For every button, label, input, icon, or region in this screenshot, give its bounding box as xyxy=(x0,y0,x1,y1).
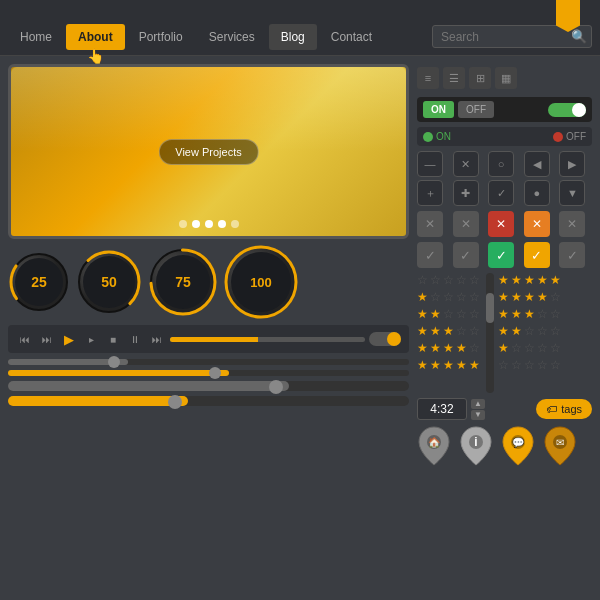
view-grid-icon[interactable]: ⊞ xyxy=(469,67,491,89)
star-row-0: ☆ ☆ ☆ ☆ ☆ xyxy=(417,273,480,287)
view-lines-icon[interactable]: ☰ xyxy=(443,67,465,89)
dot-3[interactable] xyxy=(205,220,213,228)
view-barcode-icon[interactable]: ▦ xyxy=(495,67,517,89)
slider-row-3 xyxy=(8,381,409,391)
radio-dot-off xyxy=(553,132,563,142)
toggle-rail[interactable] xyxy=(548,103,586,117)
time-display[interactable]: 4:32 xyxy=(417,398,467,420)
dot-2[interactable] xyxy=(192,220,200,228)
nav-item-blog[interactable]: Blog xyxy=(269,24,317,50)
grid-btn-dot[interactable]: ● xyxy=(524,180,550,206)
dot-1[interactable] xyxy=(179,220,187,228)
slider-2[interactable] xyxy=(8,370,409,376)
pin-home[interactable]: 🏠 xyxy=(417,425,451,471)
btn-next[interactable]: ⏭ xyxy=(148,330,166,348)
search-input[interactable] xyxy=(441,30,571,44)
slider-1-thumb[interactable] xyxy=(108,356,120,368)
toggle-bar-1: ON OFF xyxy=(417,97,592,122)
btn-stop[interactable]: ■ xyxy=(104,330,122,348)
progress-bar[interactable] xyxy=(170,337,365,342)
star: ☆ xyxy=(511,358,522,372)
slider-3-thumb[interactable] xyxy=(269,380,283,394)
knob-svg-50[interactable]: 50 xyxy=(76,249,142,315)
btn-play[interactable]: ▶ xyxy=(60,330,78,348)
nav-items: Home About 👆 Portfolio Services Blog Con… xyxy=(8,24,432,50)
check-btn-1[interactable]: ✓ xyxy=(417,242,443,268)
dot-4[interactable] xyxy=(218,220,226,228)
knob-75: 75 xyxy=(148,247,218,317)
slider-4-thumb[interactable] xyxy=(168,395,182,409)
knob-svg-100[interactable]: 100 xyxy=(224,245,298,319)
star: ★ xyxy=(417,358,428,372)
scrollbar-track[interactable] xyxy=(486,273,494,393)
check-btn-4[interactable]: ✓ xyxy=(524,242,550,268)
time-input-row: 4:32 ▲ ▼ 🏷 tags xyxy=(417,398,592,420)
dot-5[interactable] xyxy=(231,220,239,228)
slider-row-2 xyxy=(8,370,409,376)
view-list-icon[interactable]: ≡ xyxy=(417,67,439,89)
knob-svg-75[interactable]: 75 xyxy=(148,247,218,317)
check-btn-3[interactable]: ✓ xyxy=(488,242,514,268)
grid-btn-cross[interactable]: ✚ xyxy=(453,180,479,206)
btn-rewind[interactable]: ⏮ xyxy=(16,330,34,348)
grid-btn-dash[interactable]: — xyxy=(417,151,443,177)
grid-btn-left[interactable]: ◀ xyxy=(524,151,550,177)
tag-button[interactable]: 🏷 tags xyxy=(536,399,592,419)
knob-svg-25[interactable]: 25 xyxy=(8,251,70,313)
svg-text:🏠: 🏠 xyxy=(428,436,441,449)
radio-on[interactable]: ON xyxy=(423,131,451,142)
scrollbar-thumb[interactable] xyxy=(486,293,494,323)
btn-pause[interactable]: ⏸ xyxy=(126,330,144,348)
x-btn-4[interactable]: ✕ xyxy=(524,211,550,237)
toggle-knob xyxy=(387,332,401,346)
star: ☆ xyxy=(537,341,548,355)
x-btn-5[interactable]: ✕ xyxy=(559,211,585,237)
view-projects-button[interactable]: View Projects xyxy=(158,139,258,165)
slider-2-thumb[interactable] xyxy=(209,367,221,379)
x-btn-2[interactable]: ✕ xyxy=(453,211,479,237)
star: ★ xyxy=(511,324,522,338)
star: ★ xyxy=(443,358,454,372)
check-buttons-row: ✓ ✓ ✓ ✓ ✓ xyxy=(417,242,592,268)
star: ★ xyxy=(511,290,522,304)
knob-100: 100 xyxy=(224,245,298,319)
left-panel: View Projects 25 xyxy=(8,64,409,471)
grid-btn-plus[interactable]: ＋ xyxy=(417,180,443,206)
grid-btn-check[interactable]: ✓ xyxy=(488,180,514,206)
slider-3[interactable] xyxy=(8,381,409,391)
star: ★ xyxy=(498,341,509,355)
spin-down[interactable]: ▼ xyxy=(471,410,485,420)
star: ★ xyxy=(511,273,522,287)
nav-item-portfolio[interactable]: Portfolio xyxy=(127,24,195,50)
knob-25: 25 xyxy=(8,251,70,313)
sliders-section xyxy=(8,359,409,406)
nav-item-services[interactable]: Services xyxy=(197,24,267,50)
toggle-on-btn[interactable]: ON xyxy=(423,101,454,118)
volume-toggle[interactable] xyxy=(369,332,401,346)
btn-prev[interactable]: ⏭ xyxy=(38,330,56,348)
nav-item-about[interactable]: About 👆 xyxy=(66,24,125,50)
check-btn-5[interactable]: ✓ xyxy=(559,242,585,268)
pin-chat[interactable]: 💬 xyxy=(501,425,535,471)
grid-btn-x[interactable]: ✕ xyxy=(453,151,479,177)
x-btn-1[interactable]: ✕ xyxy=(417,211,443,237)
btn-fwd[interactable]: ▸ xyxy=(82,330,100,348)
toggle-off-btn[interactable]: OFF xyxy=(458,101,494,118)
star: ☆ xyxy=(469,290,480,304)
slider-4[interactable] xyxy=(8,396,409,406)
radio-off[interactable]: OFF xyxy=(553,131,586,142)
pin-mail[interactable]: ✉ xyxy=(543,425,577,471)
x-btn-3[interactable]: ✕ xyxy=(488,211,514,237)
pin-info[interactable]: i xyxy=(459,425,493,471)
slider-1[interactable] xyxy=(8,359,409,365)
grid-btn-circle[interactable]: ○ xyxy=(488,151,514,177)
star: ★ xyxy=(430,358,441,372)
nav-item-contact[interactable]: Contact xyxy=(319,24,384,50)
spin-up[interactable]: ▲ xyxy=(471,399,485,409)
grid-btn-down[interactable]: ▼ xyxy=(559,180,585,206)
nav-item-home[interactable]: Home xyxy=(8,24,64,50)
video-player[interactable]: View Projects xyxy=(8,64,409,239)
grid-btn-right[interactable]: ▶ xyxy=(559,151,585,177)
check-btn-2[interactable]: ✓ xyxy=(453,242,479,268)
star: ★ xyxy=(498,324,509,338)
